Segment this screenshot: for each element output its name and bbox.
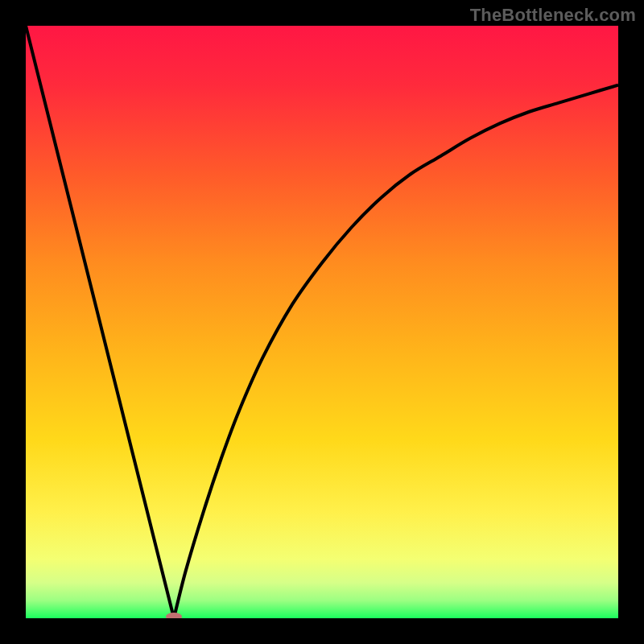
min-marker	[166, 613, 182, 618]
plot-area	[26, 26, 618, 618]
bottleneck-curve	[26, 26, 618, 618]
outer-frame: TheBottleneck.com	[0, 0, 644, 644]
watermark-text: TheBottleneck.com	[470, 5, 636, 26]
